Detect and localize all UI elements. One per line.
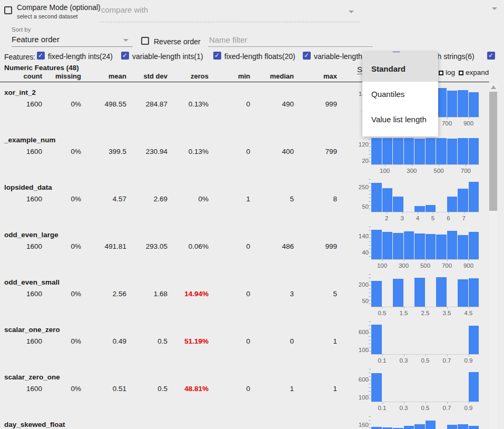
histogram-bar[interactable]	[458, 235, 468, 259]
stat-count: 1600	[0, 242, 42, 250]
histogram-bar[interactable]	[371, 138, 382, 164]
histogram-bar[interactable]	[393, 197, 403, 212]
log-checkbox[interactable]	[439, 71, 443, 75]
histogram-bar[interactable]	[371, 325, 382, 354]
histogram-bar[interactable]	[414, 206, 425, 212]
feature-row: odd_even_small 1600 0% 2.56 1.68 14.94% …	[0, 272, 504, 319]
compare-mode-checkbox[interactable]	[4, 6, 12, 14]
histogram-bar[interactable]	[447, 197, 458, 212]
histogram-bar[interactable]	[426, 205, 436, 212]
y-tick-label: 100	[359, 394, 369, 401]
histogram-bar[interactable]	[393, 138, 403, 164]
histogram-bar[interactable]	[404, 426, 414, 429]
histogram-bar[interactable]	[371, 281, 382, 307]
y-tick-label: 200	[359, 281, 369, 288]
histogram-x-axis: 100300500700900	[371, 262, 479, 270]
histogram-x-axis: 0.51.52.53.54.5	[371, 310, 479, 317]
stat-mean: 0.51	[81, 385, 126, 393]
histogram-bar[interactable]	[469, 182, 479, 212]
x-tick-mark	[464, 212, 465, 214]
histogram-bar[interactable]	[458, 279, 468, 307]
scrollbar-thumb[interactable]	[489, 92, 497, 211]
histogram-bar[interactable]	[414, 139, 425, 164]
sort-order-select[interactable]: Feature order	[12, 34, 133, 47]
feature-type-checkbox[interactable]	[37, 52, 45, 60]
stat-mean: 491.81	[81, 242, 126, 250]
x-tick-mark	[382, 354, 383, 356]
histogram-bar[interactable]	[436, 277, 447, 307]
histogram-bar[interactable]	[458, 189, 468, 212]
feature-type-checkbox[interactable]	[213, 52, 221, 60]
histogram-bar[interactable]	[469, 426, 479, 429]
histogram-bar[interactable]	[458, 138, 468, 164]
feature-histogram[interactable]: 14040 100300500700900	[345, 225, 492, 272]
feature-histogram[interactable]: 600100 0.10.30.50.70.9	[345, 367, 492, 414]
stat-missing: 0%	[42, 195, 81, 203]
histogram-bar[interactable]	[371, 230, 382, 259]
feature-histogram[interactable]: 12020 100300500700	[345, 130, 492, 177]
x-tick-label: 0.3	[400, 357, 408, 364]
stat-zeros: 48.81%	[167, 385, 209, 393]
histogram-bar[interactable]	[469, 92, 479, 117]
histogram-bar[interactable]	[426, 234, 436, 259]
histogram-bar[interactable]	[436, 235, 447, 259]
x-tick-label: 100	[380, 168, 390, 174]
feature-histogram[interactable]: 160	[345, 414, 492, 429]
histogram-bar[interactable]	[382, 188, 393, 212]
chevron-down-icon[interactable]	[492, 7, 497, 10]
menu-item-standard[interactable]: Standard	[362, 56, 438, 82]
histogram-bar[interactable]	[469, 138, 479, 164]
histogram-bar[interactable]	[469, 372, 479, 402]
y-tick-label: 600	[359, 376, 369, 383]
x-tick-mark	[466, 164, 466, 167]
histogram-bar[interactable]	[404, 138, 414, 164]
histogram-bar[interactable]	[469, 232, 479, 259]
histogram-bar[interactable]	[393, 279, 403, 307]
histogram-bar[interactable]	[447, 425, 458, 429]
scroll-up-icon[interactable]	[491, 85, 496, 89]
histogram-bar[interactable]	[371, 427, 382, 429]
feature-type-checkbox[interactable]	[487, 52, 495, 60]
y-tick-label: 120	[359, 141, 369, 148]
stat-max: 5	[294, 290, 337, 298]
feature-stats: 1600 0% 0.49 0.5 51.19% 0 0 1	[0, 337, 337, 345]
histogram-bar[interactable]	[414, 278, 425, 307]
expand-checkbox[interactable]	[459, 71, 463, 75]
histogram-bar[interactable]	[382, 138, 393, 164]
stat-zeros: 14.94%	[167, 290, 209, 298]
histogram-bar[interactable]	[404, 231, 414, 259]
reverse-order-checkbox[interactable]	[141, 37, 149, 45]
feature-type-checkbox[interactable]	[303, 52, 311, 60]
histogram-bar[interactable]	[414, 233, 425, 259]
name-filter-input[interactable]: Name filter	[208, 34, 373, 47]
feature-type-checkbox[interactable]	[121, 52, 129, 60]
histogram-bar[interactable]	[414, 424, 425, 429]
reverse-order-label: Reverse order	[154, 37, 201, 46]
feature-histogram[interactable]: 20050 0.51.52.53.54.5	[345, 272, 492, 319]
histogram-bar[interactable]	[447, 139, 458, 164]
histogram-bar[interactable]	[458, 90, 468, 117]
x-tick-label: 2	[385, 215, 388, 221]
histogram-bar[interactable]	[469, 278, 479, 307]
x-tick-label: 500	[420, 262, 430, 269]
histogram-bar[interactable]	[426, 421, 436, 429]
compare-with-select[interactable]: compare with	[100, 3, 359, 22]
x-tick-mark	[412, 164, 412, 167]
histogram-bar[interactable]	[436, 138, 447, 164]
histogram-bar[interactable]	[458, 424, 468, 429]
feature-histogram[interactable]: 600100 0.10.30.50.70.9	[345, 319, 492, 367]
histogram-bar[interactable]	[371, 183, 382, 212]
histogram-bar[interactable]	[393, 233, 403, 259]
col-header-min: min	[209, 72, 250, 80]
histogram-bar[interactable]	[447, 231, 458, 259]
histogram-bar[interactable]	[371, 373, 382, 402]
menu-item-quantiles[interactable]: Quantiles	[362, 82, 438, 107]
menu-item-value-list-length[interactable]: Value list length	[362, 107, 438, 132]
y-axis-ticks	[369, 369, 371, 402]
histogram-bar[interactable]	[382, 232, 393, 259]
feature-histogram[interactable]: 25050 234567	[345, 177, 492, 225]
histogram-bar[interactable]	[447, 91, 458, 117]
stat-stddev: 293.05	[126, 242, 167, 250]
histogram-bar[interactable]	[426, 138, 436, 164]
histogram-bar[interactable]	[469, 326, 479, 354]
